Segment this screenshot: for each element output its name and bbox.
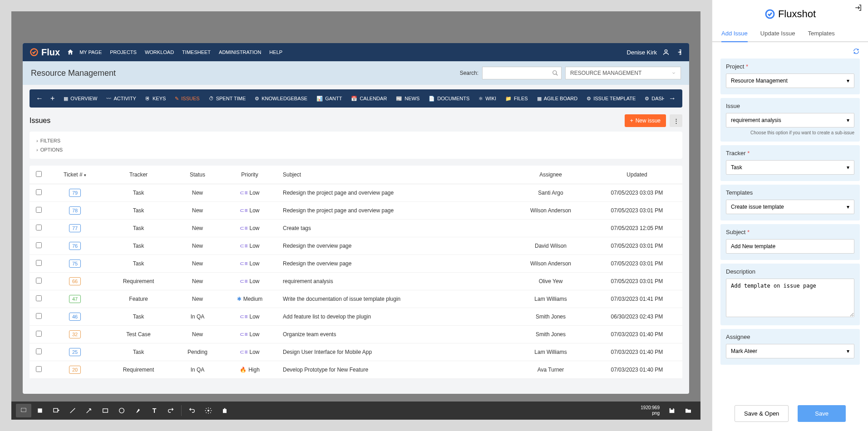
nav-my-page[interactable]: MY PAGE [79, 49, 102, 55]
table-row[interactable]: 78TaskNew⊂≡ LowRedesign the project page… [30, 202, 682, 220]
crop-tool[interactable] [32, 404, 48, 417]
table-row[interactable]: 77TaskNew⊂≡ LowCreate tags07/05/2023 12:… [30, 220, 682, 237]
cell-subject[interactable]: Redesign the project page and overview p… [279, 184, 510, 202]
tab-news[interactable]: 📰NEWS [391, 92, 424, 105]
user-icon[interactable] [662, 49, 670, 56]
brush-tool[interactable] [130, 404, 146, 417]
ticket-badge[interactable]: 20 [69, 366, 81, 374]
delete-tool[interactable] [217, 404, 232, 417]
tab-activity[interactable]: 〰ACTIVITY [102, 92, 141, 105]
ticket-badge[interactable]: 47 [69, 295, 81, 303]
tab-keys[interactable]: ⛨KEYS [141, 92, 170, 105]
row-checkbox[interactable] [36, 189, 42, 195]
assignee-dropdown[interactable]: Mark Ateer▾ [726, 344, 854, 358]
cell-subject[interactable]: Write the documentation of issue templat… [279, 290, 510, 308]
more-actions-button[interactable]: ⋮ [670, 114, 682, 127]
col-assignee[interactable]: Assignee [510, 166, 592, 184]
arrow-tool[interactable] [81, 404, 97, 417]
ticket-badge[interactable]: 76 [69, 242, 81, 250]
tabs-right-arrow[interactable]: → [666, 94, 679, 103]
select-tool[interactable] [16, 404, 31, 417]
tab-overview[interactable]: ▦OVERVIEW [59, 92, 102, 105]
ticket-badge[interactable]: 77 [69, 224, 81, 232]
table-row[interactable]: 66RequirementNew⊂≡ Lowrequirement analys… [30, 273, 682, 290]
table-row[interactable]: 20RequirementIn QA🔥 HighDevelop Prototyp… [30, 361, 682, 379]
cell-subject[interactable]: Create tags [279, 220, 510, 237]
col-priority[interactable]: Priority [220, 166, 279, 184]
new-issue-button[interactable]: + New issue [625, 114, 666, 127]
table-row[interactable]: 79TaskNew⊂≡ LowRedesign the project page… [30, 184, 682, 202]
templates-dropdown[interactable]: Create issue template▾ [726, 200, 854, 214]
ticket-badge[interactable]: 75 [69, 260, 81, 268]
nav-workload[interactable]: WORKLOAD [145, 49, 174, 55]
col-subject[interactable]: Subject [279, 166, 510, 184]
filters-toggle[interactable]: › FILTERS [36, 136, 676, 145]
panel-tab-templates[interactable]: Templates [808, 25, 834, 42]
col-status[interactable]: Status [175, 166, 220, 184]
row-checkbox[interactable] [36, 366, 42, 372]
options-toggle[interactable]: › OPTIONS [36, 145, 676, 154]
exit-icon[interactable] [854, 4, 863, 14]
ticket-badge[interactable]: 32 [69, 330, 81, 338]
undo-tool[interactable] [184, 404, 200, 417]
panel-tab-add-issue[interactable]: Add Issue [721, 25, 748, 42]
tab-gantt[interactable]: 📊GANTT [312, 92, 346, 105]
cell-subject[interactable]: Organize team events [279, 326, 510, 343]
cell-subject[interactable]: Redesign the overview page [279, 255, 510, 273]
ticket-badge[interactable]: 79 [69, 189, 81, 197]
row-checkbox[interactable] [36, 260, 42, 266]
circle-tool[interactable] [114, 404, 129, 417]
tab-knowledgebase[interactable]: ⚙KNOWLEDGEBASE [250, 92, 312, 105]
cell-subject[interactable]: Design User Interface for Mobile App [279, 343, 510, 361]
row-checkbox[interactable] [36, 331, 42, 337]
ticket-badge[interactable]: 46 [69, 313, 81, 321]
description-textarea[interactable] [726, 279, 854, 317]
save-tool[interactable] [664, 404, 680, 417]
tabs-left-arrow[interactable]: ← [33, 94, 46, 103]
rect-tool[interactable] [98, 404, 113, 417]
ticket-badge[interactable]: 25 [69, 348, 81, 356]
cell-subject[interactable]: Add feature list to develop the plugin [279, 308, 510, 326]
home-icon[interactable] [67, 49, 74, 56]
tab-agile-board[interactable]: ▦AGILE BOARD [533, 92, 582, 105]
table-row[interactable]: 32Test CaseNew⊂≡ LowOrganize team events… [30, 326, 682, 343]
tab-spent-time[interactable]: ⏱SPENT TIME [204, 92, 251, 105]
panel-tab-update-issue[interactable]: Update Issue [760, 25, 795, 42]
row-checkbox[interactable] [36, 225, 42, 230]
cell-subject[interactable]: Develop Prototype for New Feature [279, 361, 510, 379]
nav-projects[interactable]: PROJECTS [110, 49, 137, 55]
nav-help[interactable]: HELP [269, 49, 282, 55]
nav-timesheet[interactable]: TIMESHEET [182, 49, 211, 55]
tab-calendar[interactable]: 📅CALENDAR [346, 92, 391, 105]
text-tool[interactable]: T [147, 404, 162, 417]
tracker-dropdown[interactable]: Task▾ [726, 160, 854, 175]
tab-issue-template[interactable]: ⚙ISSUE TEMPLATE [582, 92, 640, 105]
row-checkbox[interactable] [36, 348, 42, 354]
select-all-checkbox[interactable] [36, 171, 42, 177]
issue-dropdown[interactable]: requirement analysis▾ [726, 113, 854, 127]
project-dropdown[interactable]: Resource Management▾ [726, 73, 854, 88]
table-row[interactable]: 25TaskPending⊂≡ LowDesign User Interface… [30, 343, 682, 361]
col-tracker[interactable]: Tracker [102, 166, 175, 184]
row-checkbox[interactable] [36, 242, 42, 248]
project-select[interactable]: RESOURCE MANAGEMENT [565, 67, 681, 79]
line-tool[interactable] [65, 404, 80, 417]
tab-dashboard[interactable]: ⚙DASHBOARD [640, 92, 664, 105]
subject-input[interactable] [726, 239, 854, 254]
redo-tool[interactable] [163, 404, 178, 417]
tabs-add[interactable]: + [48, 94, 57, 103]
search-input[interactable] [482, 67, 562, 79]
save-button[interactable]: Save [798, 405, 846, 422]
table-row[interactable]: 75TaskNew⊂≡ LowRedesign the overview pag… [30, 255, 682, 273]
col-ticket[interactable]: Ticket # [64, 171, 83, 178]
logout-icon[interactable] [675, 49, 682, 56]
table-row[interactable]: 76TaskNew⊂≡ LowRedesign the overview pag… [30, 237, 682, 255]
table-row[interactable]: 47FeatureNew✱ MediumWrite the documentat… [30, 290, 682, 308]
ticket-badge[interactable]: 66 [69, 277, 81, 285]
app-logo[interactable]: Flux [30, 47, 60, 58]
cell-subject[interactable]: Redesign the project page and overview p… [279, 202, 510, 220]
save-open-button[interactable]: Save & Open [735, 405, 789, 422]
row-checkbox[interactable] [36, 295, 42, 301]
tab-wiki[interactable]: ⚛WIKI [474, 92, 501, 105]
settings-tool[interactable] [201, 404, 216, 417]
